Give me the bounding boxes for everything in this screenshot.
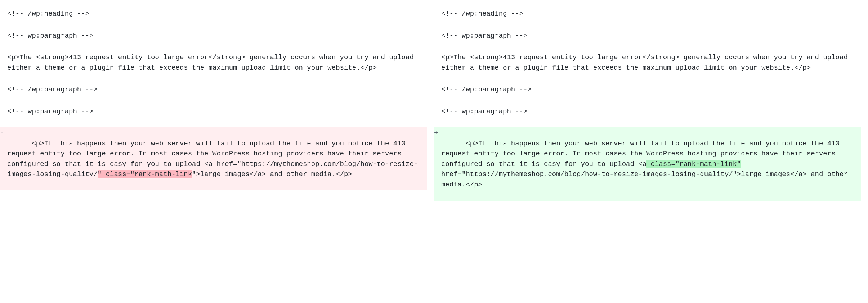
diff-context-line: <!-- wp:paragraph --> xyxy=(7,30,427,42)
diff-context-line xyxy=(441,117,861,127)
diff-text: <p>If this happens then your web server … xyxy=(441,140,844,168)
diff-left-side: <!-- /wp:heading --> <!-- wp:paragraph -… xyxy=(0,4,434,205)
diff-context-line xyxy=(441,41,861,52)
diff-removed-highlight: " class="rank-math-link xyxy=(98,170,192,178)
diff-context-line: <p>The <strong>413 request entity too la… xyxy=(441,52,861,74)
diff-right-side: <!-- /wp:heading --> <!-- wp:paragraph -… xyxy=(434,4,868,205)
diff-context-line xyxy=(7,117,427,127)
diff-context-line: <!-- wp:paragraph --> xyxy=(7,106,427,118)
diff-context-line: <!-- wp:paragraph --> xyxy=(441,106,861,118)
diff-container: <!-- /wp:heading --> <!-- wp:paragraph -… xyxy=(0,4,868,205)
diff-added-highlight: class="rank-math-link" xyxy=(646,160,741,168)
diff-context-line xyxy=(441,20,861,30)
diff-context-line: <p>The <strong>413 request entity too la… xyxy=(7,52,427,74)
diff-context-line xyxy=(7,41,427,52)
diff-context-line: <!-- /wp:paragraph --> xyxy=(441,84,861,96)
diff-context-line xyxy=(441,74,861,84)
diff-marker-minus: - xyxy=(0,128,6,139)
diff-context-line xyxy=(7,20,427,30)
diff-context-line: <!-- /wp:paragraph --> xyxy=(7,84,427,96)
diff-context-line: <!-- /wp:heading --> xyxy=(441,8,861,20)
diff-added-line: +<p>If this happens then your web server… xyxy=(434,127,861,201)
diff-context-line xyxy=(7,74,427,84)
diff-removed-line: -<p>If this happens then your web server… xyxy=(0,127,427,190)
diff-context-line xyxy=(7,96,427,106)
diff-marker-plus: + xyxy=(434,128,440,139)
diff-context-line xyxy=(441,96,861,106)
diff-context-line: <!-- wp:paragraph --> xyxy=(441,30,861,42)
diff-text: ">large images</a> and other media.</p> xyxy=(192,170,352,178)
diff-context-line: <!-- /wp:heading --> xyxy=(7,8,427,20)
